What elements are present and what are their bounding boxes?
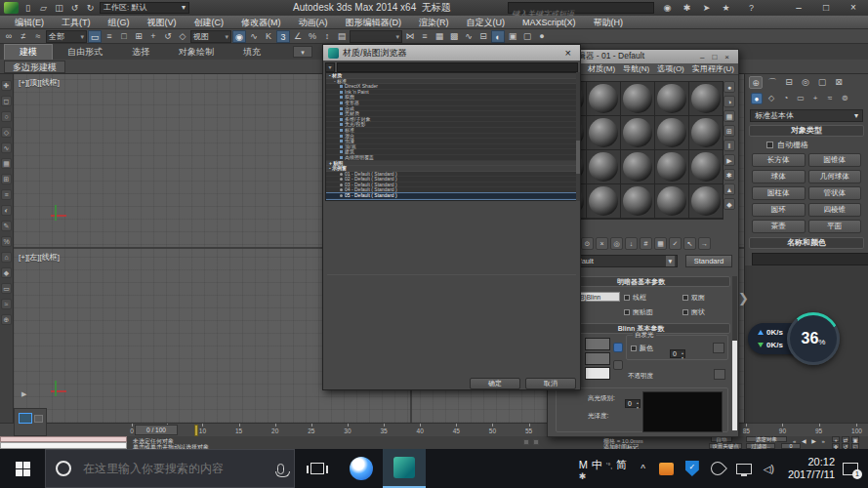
faceted-checkbox-row[interactable]: 面状 [682, 307, 705, 317]
network-dish-icon[interactable] [708, 459, 727, 478]
select-link-icon[interactable]: ∞ [2, 30, 16, 43]
sample-slot[interactable] [655, 82, 688, 115]
material-type-button[interactable]: Standard [685, 255, 732, 267]
sample-slot[interactable] [587, 116, 620, 149]
render-icon[interactable]: ● [535, 30, 549, 43]
window-crossing-icon[interactable]: ⊞ [132, 30, 145, 43]
cat-shapes[interactable]: ◇ [765, 93, 777, 104]
keyboard-override-icon[interactable]: K [262, 30, 275, 43]
render-setup-icon[interactable]: ▣ [506, 30, 519, 43]
ribbon-tab[interactable]: 填充 [228, 45, 275, 60]
menu-item[interactable]: 选项(O) [657, 63, 684, 74]
video-color-check-icon[interactable]: ‖ [723, 140, 735, 151]
primitive-button[interactable]: 平面 [808, 220, 862, 233]
ime-punctuation[interactable]: ʼ°, [606, 463, 612, 469]
primitive-button[interactable]: 长方体 [752, 153, 806, 167]
ok-button[interactable]: 确定 [470, 378, 520, 389]
tab-hierarchy[interactable]: ⊟ [782, 76, 796, 89]
menu-item[interactable]: 动画(A) [290, 16, 337, 28]
wrench-icon[interactable]: ✱ [680, 2, 694, 14]
3dsmax-logo-icon[interactable] [4, 2, 19, 14]
align-icon[interactable]: ≡ [418, 30, 432, 43]
primitive-button[interactable]: 茶壶 [752, 220, 806, 233]
ribbon-tab[interactable]: 对象绘制 [164, 45, 228, 60]
action-center-icon[interactable]: 1 [843, 463, 858, 475]
show-end-result-icon[interactable]: ✓ [669, 237, 682, 250]
left-toolbar-icon[interactable]: ◆ [1, 267, 12, 278]
ref-coord-dropdown[interactable]: 视图 [190, 30, 231, 43]
color-checkbox-row[interactable]: 颜色 [631, 344, 653, 353]
left-toolbar-icon[interactable]: ✚ [1, 80, 12, 91]
sample-slot[interactable] [587, 184, 620, 218]
menu-item[interactable]: 导航(N) [623, 63, 649, 74]
self-illumination-spinner[interactable]: 0 [670, 349, 685, 358]
speaker-icon[interactable]: ◁) [764, 464, 774, 474]
cat-spacewarps[interactable]: ≈ [824, 93, 836, 104]
browser-taskbar-button[interactable] [340, 449, 383, 488]
cat-systems[interactable]: ⊚ [839, 93, 850, 104]
select-by-material-icon[interactable]: ▲ [723, 183, 735, 195]
tab-display[interactable]: ▢ [815, 76, 829, 89]
ime-settings-gear-icon[interactable]: ✱ [579, 472, 627, 480]
tray-expand-chevron-icon[interactable]: ^ [641, 464, 645, 474]
material-id-icon[interactable]: # [640, 237, 652, 250]
opacity-map-button[interactable] [714, 369, 725, 380]
open-file-icon[interactable]: ▱ [37, 2, 50, 14]
scrollbar-thumb[interactable] [576, 141, 580, 174]
rect-region-icon[interactable]: □ [117, 30, 131, 43]
sample-tiling-icon[interactable]: ⊞ [723, 125, 735, 137]
new-file-icon[interactable]: ▯ [21, 2, 34, 14]
absolute-mode-icon[interactable] [533, 439, 539, 445]
security-shield-icon[interactable]: ✓ [685, 461, 699, 476]
unlink-icon[interactable]: ≠ [17, 30, 30, 43]
cancel-button[interactable]: 取消 [525, 378, 576, 389]
sample-slot[interactable] [621, 150, 654, 183]
mirror-icon[interactable]: ⋈ [403, 30, 417, 43]
sample-slot[interactable] [587, 82, 620, 115]
sample-slot[interactable] [689, 184, 723, 218]
left-toolbar-icon[interactable]: ▭ [1, 283, 12, 294]
edit-named-sets-icon[interactable]: ▤ [335, 30, 349, 43]
redo-icon[interactable]: ↻ [84, 2, 97, 14]
selection-filter-dropdown[interactable]: 全部 [46, 30, 87, 43]
left-toolbar-icon[interactable]: ⌂ [1, 252, 12, 263]
scrollbar[interactable] [576, 72, 580, 201]
sample-slot[interactable] [689, 150, 723, 183]
cat-geometry[interactable]: ● [751, 93, 763, 104]
zoom-all-icon[interactable]: ⇄ [842, 436, 849, 442]
assign-to-selection-icon[interactable]: ⊙ [581, 237, 594, 250]
left-toolbar-icon[interactable]: ◐ [1, 205, 12, 216]
material-navigator-icon[interactable]: ◆ [723, 198, 735, 210]
left-toolbar-icon[interactable]: ⊕ [1, 314, 12, 325]
selection-lock-icon[interactable] [523, 439, 529, 445]
ambient-color-swatch[interactable] [585, 338, 610, 350]
memory-usage-ball[interactable]: 36 % [787, 312, 840, 365]
make-unique-icon[interactable]: ◎ [610, 237, 623, 250]
cat-cameras[interactable]: ▭ [795, 93, 806, 104]
primitive-button[interactable]: 圆柱体 [752, 186, 806, 200]
object-name-input[interactable] [752, 253, 868, 265]
left-toolbar-icon[interactable]: ◇ [1, 127, 12, 138]
left-toolbar-icon[interactable]: ∿ [1, 142, 12, 153]
start-button[interactable] [0, 449, 45, 488]
tray-app-icon[interactable] [659, 463, 674, 475]
ribbon-tab[interactable]: 建模 [4, 44, 53, 60]
select-object-icon[interactable]: ▭ [88, 30, 102, 43]
zoom-icon[interactable]: + [832, 436, 840, 442]
left-toolbar-icon[interactable]: ⊞ [1, 174, 12, 184]
go-forward-icon[interactable]: → [698, 237, 711, 250]
3dsmax-taskbar-button[interactable] [383, 449, 426, 488]
minimize-button[interactable]: – [786, 0, 811, 16]
make-preview-icon[interactable]: ▶ [723, 154, 735, 166]
browser-options-dropdown[interactable]: ▾ [325, 62, 335, 72]
zoom-extents-icon[interactable]: ▣ [851, 436, 859, 442]
background-icon[interactable]: ▦ [723, 110, 735, 122]
material-list-row[interactable]: 05 - Default ( Standard ) [326, 193, 577, 199]
select-by-name-icon[interactable]: ≡ [103, 30, 116, 43]
sample-slot[interactable] [621, 82, 654, 115]
ribbon-tab[interactable]: 自由形式 [53, 45, 117, 60]
search-icon[interactable]: ◉ [660, 2, 675, 14]
layout-tab-active[interactable] [19, 413, 32, 424]
tab-create[interactable]: ⊕ [749, 76, 763, 89]
maximize-button[interactable]: □ [813, 0, 839, 16]
